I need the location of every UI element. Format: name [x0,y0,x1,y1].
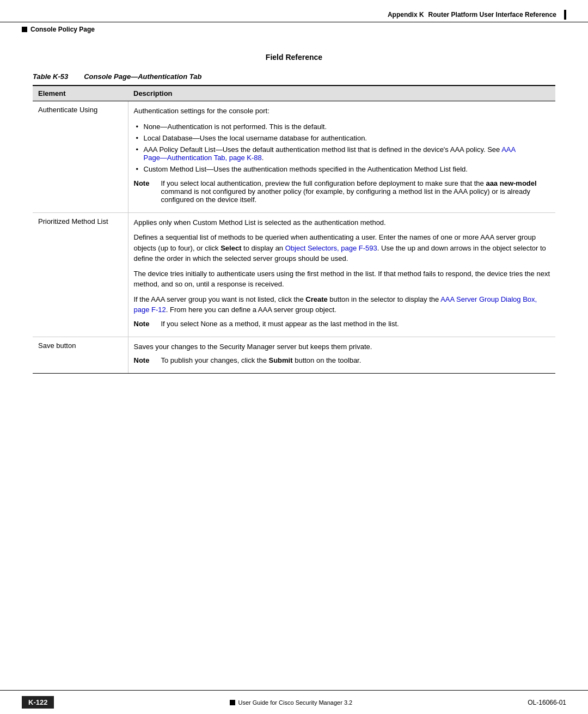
prio-para-1: Applies only when Custom Method List is … [134,217,550,228]
sub-header-label: Console Policy Page [30,26,95,33]
table-row: Authenticate Using Authentication settin… [33,101,555,213]
element-authenticate-using: Authenticate Using [33,101,128,213]
list-item: Custom Method List—Uses the authenticati… [134,163,550,175]
field-reference-title: Field Reference [33,53,555,62]
list-item: None—Authentication is not performed. Th… [134,121,550,132]
list-item: Local Database—Uses the local username d… [134,132,550,144]
auth-note: Note If you select local authentication,… [134,179,550,204]
object-selectors-link[interactable]: Object Selectors, page F-593 [285,244,377,252]
note-label: Note [134,179,156,204]
page-number: K-122 [22,696,54,709]
note-text: If you select None as a method, it must … [161,320,399,328]
page-footer: K-122 User Guide for Cisco Security Mana… [0,690,588,714]
list-item: AAA Policy Default List—Uses the default… [134,144,550,163]
appendix-label: Appendix K [388,11,424,19]
sub-header: Console Policy Page [0,22,588,36]
header-title: Router Platform User Interface Reference [428,11,556,19]
desc-prioritized: Applies only when Custom Method List is … [128,212,555,337]
note-text: To publish your changes, click the Submi… [161,356,362,364]
aaa-page-link[interactable]: AAAPage—Authentication Tab, page K-88 [144,145,516,162]
header-right: Appendix K Router Platform User Interfac… [388,10,566,20]
auth-bullet-list: None—Authentication is not performed. Th… [134,121,550,175]
desc-save: Saves your changes to the Security Manag… [128,337,555,374]
save-desc: Saves your changes to the Security Manag… [134,341,550,352]
footer-doc-number: OL-16066-01 [528,699,566,706]
col-element: Element [33,86,128,101]
sub-header-text: Console Policy Page [22,26,566,33]
table-header-row: Element Description [33,86,555,101]
main-content: Field Reference Table K-53 Console Page—… [0,36,588,417]
table-title: Table K-53 Console Page—Authentication T… [33,72,555,81]
desc-authenticate-using: Authentication settings for the console … [128,101,555,213]
reference-table: Element Description Authenticate Using A… [33,85,555,374]
footer-center: User Guide for Cisco Security Manager 3.… [54,699,528,706]
aaa-server-group-link[interactable]: AAA Server Group Dialog Box, page F-12 [134,295,537,314]
element-prioritized: Prioritized Method List [33,212,128,337]
table-row: Save button Saves your changes to the Se… [33,337,555,374]
footer-icon [230,700,235,705]
table-row: Prioritized Method List Applies only whe… [33,212,555,337]
note-label: Note [134,320,156,328]
auth-intro: Authentication settings for the console … [134,106,550,117]
note-label: Note [134,356,156,364]
prio-para-2: Defines a sequential list of methods to … [134,232,550,264]
page-header: Appendix K Router Platform User Interfac… [0,0,588,22]
footer-guide-label: User Guide for Cisco Security Manager 3.… [238,699,353,706]
footer-left: K-122 [22,696,54,709]
prio-para-4: If the AAA server group you want is not … [134,294,550,315]
save-note: Note To publish your changes, click the … [134,356,550,364]
col-description: Description [128,86,555,101]
prio-para-3: The device tries initially to authentica… [134,268,550,290]
sub-header-icon [22,27,27,32]
note-text: If you select local authentication, prev… [161,179,550,204]
header-divider [564,10,566,20]
prio-note: Note If you select None as a method, it … [134,320,550,328]
table-label: Table K-53 [33,72,68,81]
page-container: Appendix K Router Platform User Interfac… [0,0,588,714]
table-title-text: Console Page—Authentication Tab [84,72,201,81]
element-save: Save button [33,337,128,374]
